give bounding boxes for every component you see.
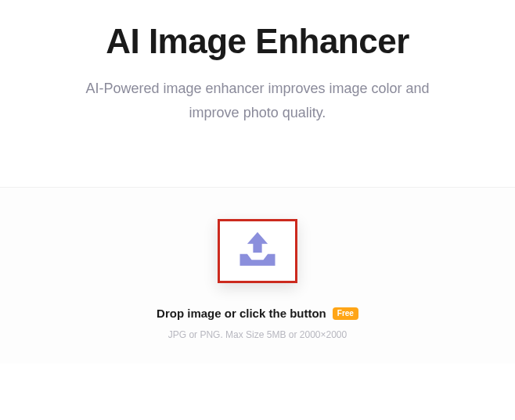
upload-section: Drop image or click the button Free JPG …	[0, 187, 515, 364]
upload-button[interactable]	[218, 219, 297, 283]
upload-icon	[234, 228, 281, 275]
hero-section: AI Image Enhancer AI-Powered image enhan…	[0, 0, 515, 187]
free-badge: Free	[333, 307, 358, 320]
page-title: AI Image Enhancer	[31, 22, 484, 61]
svg-marker-0	[247, 232, 268, 253]
drop-text: Drop image or click the button	[157, 307, 326, 320]
page-subtitle: AI-Powered image enhancer improves image…	[70, 77, 445, 124]
drop-row: Drop image or click the button Free	[16, 307, 499, 320]
upload-hint: JPG or PNG. Max Size 5MB or 2000×2000	[16, 329, 499, 340]
